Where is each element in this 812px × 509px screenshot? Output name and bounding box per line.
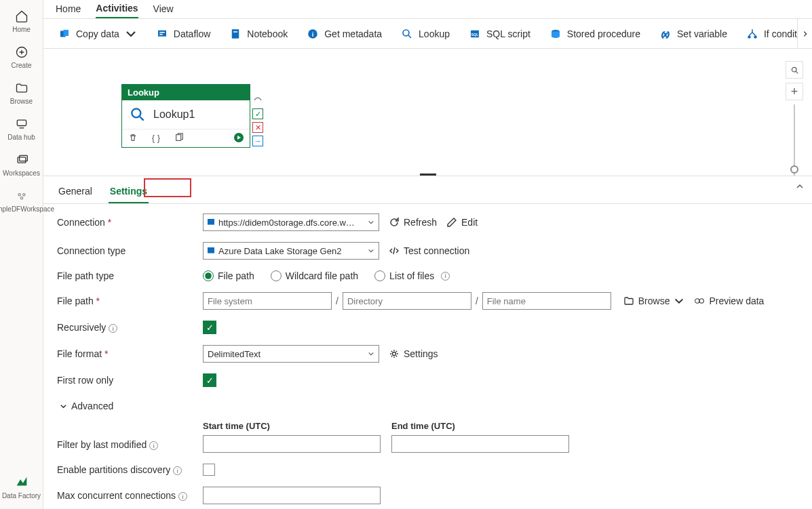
connector-toggle-icon[interactable]	[252, 95, 263, 106]
radio-list-input[interactable]	[374, 270, 385, 281]
collapse-panel-button[interactable]	[796, 182, 804, 192]
radio-list-files[interactable]: List of filesi	[374, 270, 450, 281]
refresh-label: Refresh	[404, 217, 437, 228]
run-icon[interactable]	[233, 132, 244, 143]
node-toolbar: { }	[122, 129, 250, 147]
svg-point-16	[403, 30, 409, 36]
info-icon[interactable]: i	[173, 466, 182, 475]
rail-home[interactable]: Home	[0, 4, 43, 40]
browse-button[interactable]: Browse	[623, 296, 670, 306]
rail-create[interactable]: Create	[0, 40, 43, 76]
rail-workspaces[interactable]: Workspaces	[0, 148, 43, 184]
rail-sample-workspace[interactable]: SampleDFWorkspace	[0, 184, 43, 220]
max-concurrent-input[interactable]	[203, 487, 381, 504]
braces-icon[interactable]: { }	[151, 132, 161, 143]
ribbon-notebook[interactable]: Notebook	[225, 25, 292, 43]
rail-browse[interactable]: Browse	[0, 76, 43, 112]
lookup-node-icon	[129, 106, 147, 123]
ribbon-get-metadata[interactable]: i Get metadata	[303, 25, 386, 43]
info-icon[interactable]: i	[109, 324, 117, 333]
radio-wildcard-input[interactable]	[271, 270, 282, 281]
svg-rect-11	[159, 34, 163, 35]
browse-dropdown[interactable]	[674, 296, 684, 306]
preview-data-button[interactable]: Preview data	[694, 296, 764, 306]
edit-label: Edit	[461, 217, 478, 228]
copy-data-icon	[58, 28, 71, 40]
file-system-input[interactable]	[203, 292, 332, 310]
folder-icon	[15, 81, 28, 95]
svg-rect-8	[64, 30, 69, 36]
ribbon-set-variable[interactable]: (x) Set variable	[655, 25, 731, 43]
ribbon-sql-script[interactable]: SQL SQL script	[465, 25, 535, 43]
path-separator: /	[476, 296, 478, 306]
test-connection-button[interactable]: Test connection	[389, 245, 469, 256]
chevron-up-icon	[796, 182, 804, 190]
recursively-checkbox[interactable]: ✓	[203, 321, 216, 334]
format-settings-button[interactable]: Settings	[389, 348, 438, 359]
delete-icon[interactable]	[128, 132, 138, 143]
lookup-activity-node[interactable]: Lookup Lookup1 { }	[121, 84, 250, 148]
rail-datahub[interactable]: Data hub	[0, 112, 43, 148]
prop-tab-settings[interactable]: Settings	[109, 182, 149, 203]
zoom-slider-thumb[interactable]	[790, 165, 798, 174]
end-time-input[interactable]	[391, 435, 569, 453]
ribbon-dataflow[interactable]: Dataflow	[152, 25, 214, 43]
svg-point-6	[20, 197, 22, 199]
tab-home[interactable]: Home	[56, 0, 81, 18]
left-nav-rail: Home Create Browse Data hub Workspaces S…	[0, 0, 43, 509]
file-format-dropdown[interactable]: DelimitedText	[203, 345, 379, 363]
copy-icon[interactable]	[174, 132, 185, 143]
info-icon[interactable]: i	[178, 492, 187, 501]
ribbon-stored-procedure[interactable]: Stored procedure	[545, 25, 644, 43]
enable-partitions-checkbox[interactable]	[203, 464, 215, 476]
rail-brand-label: Data Factory	[2, 492, 41, 500]
svg-point-30	[699, 299, 703, 303]
radio-wildcard[interactable]: Wildcard file path	[271, 270, 358, 281]
prop-tab-general[interactable]: General	[57, 182, 94, 203]
ribbon-lookup[interactable]: Lookup	[397, 25, 454, 43]
ribbon-scroll-right[interactable]	[797, 19, 812, 48]
svg-rect-13	[233, 31, 237, 33]
file-name-input[interactable]	[482, 292, 611, 310]
info-icon[interactable]: i	[149, 441, 158, 450]
rail-data-factory[interactable]: Data Factory	[0, 469, 43, 509]
svg-point-23	[132, 108, 140, 117]
tab-view[interactable]: View	[153, 0, 174, 18]
canvas-search-button[interactable]	[786, 61, 803, 79]
enable-partitions-label: Enable partitions discoveryi	[57, 464, 203, 476]
radio-list-label: List of files	[389, 270, 434, 281]
radio-file-path-input[interactable]	[203, 270, 214, 281]
canvas-zoom-in-button[interactable]: +	[786, 83, 803, 100]
connection-dropdown[interactable]: https://didem0storage.dfs.core.w…	[203, 213, 379, 231]
start-time-input[interactable]	[203, 435, 381, 453]
first-row-only-checkbox[interactable]: ✓	[203, 373, 216, 387]
failure-connector-icon[interactable]: ✕	[252, 122, 263, 133]
test-connection-label: Test connection	[404, 245, 469, 256]
variable-icon: (x)	[659, 28, 672, 40]
edit-button[interactable]: Edit	[446, 217, 478, 228]
refresh-icon	[389, 217, 400, 228]
file-path-type-label: File path type	[57, 270, 203, 281]
ribbon-copy-data[interactable]: Copy data	[54, 25, 141, 43]
tab-activities[interactable]: Activities	[96, 0, 138, 18]
format-settings-label: Settings	[404, 348, 438, 359]
search-icon	[401, 28, 413, 40]
storage-icon	[208, 247, 214, 254]
info-icon[interactable]: i	[441, 272, 450, 281]
sql-icon: SQL	[469, 28, 481, 40]
activities-ribbon: Copy data Dataflow Notebook i Get metada…	[43, 19, 812, 49]
success-connector-icon[interactable]: ✓	[252, 108, 263, 119]
radio-file-path[interactable]: File path	[203, 270, 254, 281]
directory-input[interactable]	[343, 292, 471, 310]
connection-type-dropdown[interactable]: Azure Data Lake Storage Gen2	[203, 242, 379, 260]
svg-point-31	[393, 352, 396, 356]
zoom-slider[interactable]	[794, 104, 795, 176]
connection-type-label: Connection type	[57, 245, 203, 256]
advanced-toggle[interactable]: Advanced	[60, 401, 113, 411]
max-concurrent-label: Max concurrent connectionsi	[57, 490, 203, 502]
svg-rect-28	[208, 247, 214, 253]
refresh-button[interactable]: Refresh	[389, 217, 437, 228]
connection-type-value: Azure Data Lake Storage Gen2	[218, 246, 341, 256]
pipeline-canvas[interactable]: Lookup Lookup1 { } ✓ ✕ → +	[43, 49, 812, 176]
completion-connector-icon[interactable]: →	[252, 136, 263, 146]
